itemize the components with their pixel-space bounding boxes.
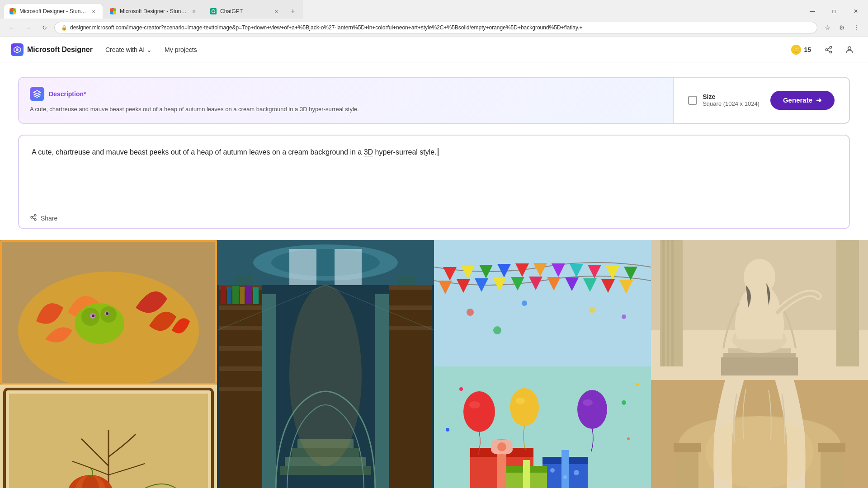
tab-bar: Microsoft Designer - Stunning... ✕ Micro… xyxy=(0,0,303,19)
svg-rect-42 xyxy=(335,249,362,285)
image-col-2 xyxy=(217,240,434,488)
image-grid xyxy=(0,240,868,488)
my-projects-label: My projects xyxy=(165,46,197,53)
svg-point-15 xyxy=(34,214,36,216)
svg-rect-55 xyxy=(227,287,231,304)
forward-button[interactable]: → xyxy=(22,21,34,34)
svg-rect-1 xyxy=(13,9,16,12)
tab-1[interactable]: Microsoft Designer - Stunning... ✕ xyxy=(4,4,103,19)
reload-button[interactable]: ↻ xyxy=(38,21,51,34)
size-checkbox[interactable] xyxy=(688,96,697,105)
svg-rect-62 xyxy=(389,305,432,310)
coin-icon: 🪙 xyxy=(791,45,801,55)
svg-rect-6 xyxy=(110,11,113,14)
svg-rect-117 xyxy=(523,460,530,488)
svg-point-125 xyxy=(622,400,626,405)
svg-rect-111 xyxy=(561,450,569,488)
description-label: Description* xyxy=(49,90,86,98)
create-ai-label: Create with AI xyxy=(105,46,145,53)
nav-my-projects[interactable]: My projects xyxy=(159,43,203,56)
svg-rect-3 xyxy=(13,11,16,14)
svg-rect-57 xyxy=(240,287,245,304)
tab-favicon-3 xyxy=(210,8,217,14)
tab-3-close[interactable]: ✕ xyxy=(273,8,280,15)
minimize-button[interactable]: — xyxy=(802,4,823,19)
bookmark-button[interactable]: ☆ xyxy=(821,21,834,34)
text-cursor xyxy=(438,148,439,156)
create-ai-dropdown-icon: ⌄ xyxy=(146,46,152,53)
tab-2[interactable]: Microsoft Designer - Stunning... ✕ xyxy=(104,4,203,19)
svg-line-12 xyxy=(827,50,830,52)
svg-line-19 xyxy=(33,216,35,217)
close-button[interactable]: ✕ xyxy=(845,4,866,19)
svg-rect-59 xyxy=(253,287,259,304)
svg-rect-41 xyxy=(289,249,316,285)
share-label: Share xyxy=(41,215,57,222)
tab-favicon-1 xyxy=(9,8,16,14)
svg-rect-144 xyxy=(818,443,845,452)
svg-point-22 xyxy=(75,303,124,344)
url-text: designer.microsoft.com/image-creator?sce… xyxy=(70,24,811,31)
svg-point-98 xyxy=(522,300,527,306)
share-header-button[interactable] xyxy=(821,42,836,57)
image-cell-3-2[interactable] xyxy=(434,366,651,488)
svg-rect-138 xyxy=(721,357,798,375)
image-cell-1-2[interactable] xyxy=(0,385,217,488)
svg-rect-61 xyxy=(389,285,432,290)
generate-label: Generate xyxy=(783,96,812,104)
coins-badge: 🪙 15 xyxy=(787,43,816,56)
svg-point-120 xyxy=(510,388,539,426)
description-text: A cute, chartreuse and mauve beast peeks… xyxy=(30,105,662,114)
maximize-button[interactable]: □ xyxy=(824,4,844,19)
image-cell-4-2[interactable] xyxy=(651,380,868,488)
nav-menu: Create with AI ⌄ My projects xyxy=(100,43,787,56)
tab-2-label: Microsoft Designer - Stunning... xyxy=(120,8,187,14)
size-label: Size xyxy=(703,93,760,100)
app-name: Microsoft Designer xyxy=(27,46,93,54)
svg-rect-52 xyxy=(219,366,262,371)
generate-arrow-icon: ➜ xyxy=(816,96,822,104)
tab-1-close[interactable]: ✕ xyxy=(90,8,97,15)
svg-point-11 xyxy=(830,51,832,53)
image-1-2-svg xyxy=(0,385,217,488)
address-bar[interactable]: 🔒 designer.microsoft.com/image-creator?s… xyxy=(54,22,817,33)
tab-3[interactable]: ChatGPT ✕ xyxy=(204,4,286,19)
svg-point-28 xyxy=(106,312,108,315)
svg-point-16 xyxy=(31,216,33,218)
image-cell-2-1[interactable] xyxy=(217,240,434,488)
svg-point-114 xyxy=(574,470,579,475)
extensions-button[interactable]: ⚙ xyxy=(835,21,848,34)
tab-2-close[interactable]: ✕ xyxy=(190,8,198,15)
svg-rect-74 xyxy=(434,240,651,366)
new-tab-button[interactable]: + xyxy=(287,5,299,18)
image-cell-3-1[interactable] xyxy=(434,240,651,366)
svg-point-40 xyxy=(271,249,380,276)
svg-rect-4 xyxy=(110,9,113,12)
svg-rect-7 xyxy=(113,11,116,14)
image-2-1-svg xyxy=(217,240,434,488)
size-value: Square (1024 x 1024) xyxy=(703,100,760,107)
prompt-input-area[interactable]: A cute, chartreuse and mauve beast peeks… xyxy=(19,136,849,208)
header-right: 🪙 15 xyxy=(787,42,857,57)
image-cell-4-1[interactable] xyxy=(651,240,868,380)
svg-point-112 xyxy=(550,468,555,473)
svg-point-99 xyxy=(589,307,595,313)
svg-rect-69 xyxy=(280,466,371,475)
svg-point-108 xyxy=(497,442,506,451)
share-icon xyxy=(30,214,37,223)
share-row[interactable]: Share xyxy=(19,208,849,228)
image-cell-1-1[interactable] xyxy=(0,240,217,385)
image-col-1 xyxy=(0,240,217,488)
svg-point-101 xyxy=(493,326,501,334)
svg-point-113 xyxy=(563,475,567,479)
nav-create-with-ai[interactable]: Create with AI ⌄ xyxy=(100,43,157,56)
description-header: Description* xyxy=(30,87,662,101)
menu-button[interactable]: ⋮ xyxy=(850,21,863,34)
svg-rect-5 xyxy=(113,9,116,12)
account-button[interactable] xyxy=(842,42,857,57)
svg-rect-2 xyxy=(10,11,13,14)
back-button[interactable]: ← xyxy=(5,21,18,34)
coins-count: 15 xyxy=(804,46,811,53)
svg-rect-53 xyxy=(219,387,262,391)
generate-button[interactable]: Generate ➜ xyxy=(770,91,835,110)
